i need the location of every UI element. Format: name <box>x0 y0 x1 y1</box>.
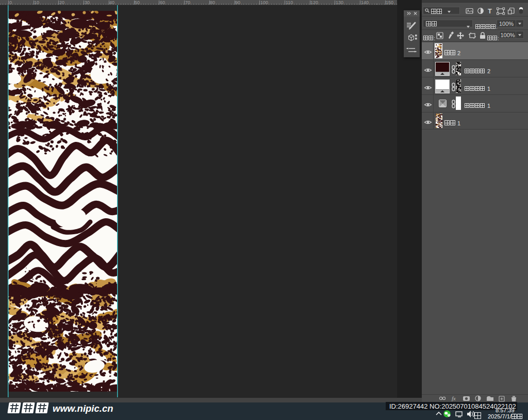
svg-text:www.nipic.cn: www.nipic.cn <box>53 403 113 414</box>
svg-text:fx: fx <box>452 395 456 401</box>
svg-text:T: T <box>488 7 492 15</box>
